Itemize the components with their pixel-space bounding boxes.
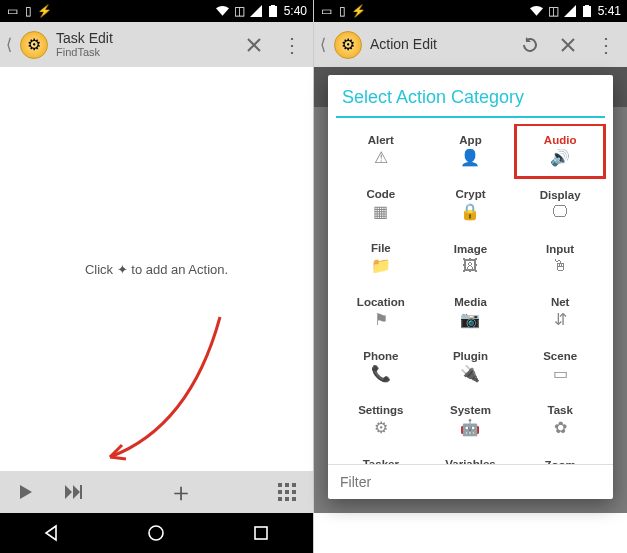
- statusbar: ▭ ▯ ⚡ ◫ 5:41: [314, 0, 627, 22]
- svg-rect-8: [292, 490, 296, 494]
- category-label: Crypt: [455, 188, 485, 200]
- category-cell-image[interactable]: Image🖼: [426, 232, 516, 286]
- wifi-icon: [530, 5, 543, 18]
- category-icon: 🖱: [552, 257, 568, 275]
- category-cell-crypt[interactable]: Crypt🔒: [426, 178, 516, 232]
- category-label: Task: [547, 404, 572, 416]
- category-cell-code[interactable]: Code▦: [336, 178, 426, 232]
- category-cell-input[interactable]: Input🖱: [515, 232, 605, 286]
- category-icon: 🔊: [550, 148, 570, 167]
- category-icon: 🔒: [460, 202, 480, 221]
- svg-rect-15: [585, 5, 589, 7]
- category-icon: ⚑: [374, 310, 388, 329]
- category-cell-media[interactable]: Media📷: [426, 286, 516, 340]
- category-cell-tasker[interactable]: Tasker⚡: [336, 448, 426, 464]
- bolt-icon: ⚡: [352, 5, 365, 18]
- nosim-icon: ◫: [547, 5, 560, 18]
- wifi-icon: [216, 5, 229, 18]
- svg-rect-4: [285, 483, 289, 487]
- category-label: Code: [366, 188, 395, 200]
- empty-hint: Click ✦ to add an Action.: [85, 262, 228, 277]
- category-label: App: [459, 134, 481, 146]
- category-cell-alert[interactable]: Alert⚠: [336, 124, 426, 178]
- svg-rect-11: [292, 497, 296, 501]
- category-cell-plugin[interactable]: Plugin🔌: [426, 340, 516, 394]
- dialog-title: Select Action Category: [328, 75, 613, 116]
- modal-overlay[interactable]: Select Action Category Alert⚠App👤Audio🔊C…: [314, 67, 627, 513]
- tasker-icon: ⚙: [20, 31, 48, 59]
- svg-rect-7: [285, 490, 289, 494]
- category-label: Display: [540, 189, 581, 201]
- category-cell-task[interactable]: Task✿: [515, 394, 605, 448]
- filter-input[interactable]: [340, 474, 601, 490]
- nosim-icon: ◫: [233, 5, 246, 18]
- main-content: Click ✦ to add an Action.: [0, 67, 313, 471]
- nav-home-button[interactable]: [136, 521, 176, 545]
- play-button[interactable]: [10, 476, 42, 508]
- add-action-button[interactable]: ＋: [165, 476, 197, 508]
- grid-view-button[interactable]: [271, 476, 303, 508]
- category-cell-app[interactable]: App👤: [426, 124, 516, 178]
- picture-icon: ▭: [6, 5, 19, 18]
- category-cell-phone[interactable]: Phone📞: [336, 340, 426, 394]
- category-cell-zoom[interactable]: ZoomZ: [515, 448, 605, 464]
- category-label: File: [371, 242, 391, 254]
- category-icon: ▦: [373, 202, 388, 221]
- category-cell-location[interactable]: Location⚑: [336, 286, 426, 340]
- svg-rect-3: [278, 483, 282, 487]
- category-label: Audio: [544, 134, 577, 146]
- category-cell-display[interactable]: Display🖵: [515, 178, 605, 232]
- category-label: Image: [454, 243, 487, 255]
- clock: 5:40: [284, 4, 307, 18]
- battery-icon: [267, 5, 280, 18]
- category-label: Plugin: [453, 350, 488, 362]
- category-cell-system[interactable]: System🤖: [426, 394, 516, 448]
- titlebar: ⟨ ⚙ Action Edit ⋮: [314, 22, 627, 67]
- svg-point-12: [149, 526, 163, 540]
- category-icon: ⚠: [374, 148, 388, 167]
- close-button[interactable]: [239, 30, 269, 60]
- back-icon[interactable]: ⟨: [320, 35, 326, 54]
- nav-recents-button[interactable]: [241, 521, 281, 545]
- category-icon: ⇵: [554, 310, 567, 329]
- screen-title: Action Edit: [370, 37, 437, 52]
- overflow-menu-button[interactable]: ⋮: [591, 30, 621, 60]
- svg-rect-13: [255, 527, 267, 539]
- action-category-dialog: Select Action Category Alert⚠App👤Audio🔊C…: [328, 75, 613, 499]
- bolt-icon: ⚡: [38, 5, 51, 18]
- category-cell-net[interactable]: Net⇵: [515, 286, 605, 340]
- category-icon: 👤: [460, 148, 480, 167]
- android-navbar: [0, 513, 313, 553]
- nav-back-button[interactable]: [32, 521, 72, 545]
- svg-rect-14: [583, 6, 591, 17]
- category-icon: 🖵: [552, 203, 568, 221]
- close-button[interactable]: [553, 30, 583, 60]
- statusbar: ▭ ▯ ⚡ ◫ 5:40: [0, 0, 313, 22]
- svg-rect-1: [271, 5, 275, 7]
- category-label: Tasker: [363, 458, 399, 464]
- svg-rect-2: [80, 485, 82, 499]
- signal-icon: [564, 5, 577, 18]
- phone-status-icon: ▯: [22, 5, 35, 18]
- overflow-menu-button[interactable]: ⋮: [277, 30, 307, 60]
- category-icon: 🖼: [462, 257, 478, 275]
- category-label: Alert: [368, 134, 394, 146]
- category-cell-settings[interactable]: Settings⚙: [336, 394, 426, 448]
- category-cell-file[interactable]: File📁: [336, 232, 426, 286]
- category-label: Phone: [363, 350, 398, 362]
- bottom-toolbar: ＋: [0, 471, 313, 513]
- category-icon: ⚙: [374, 418, 388, 437]
- back-icon[interactable]: ⟨: [6, 35, 12, 54]
- skip-button[interactable]: [58, 476, 90, 508]
- category-label: Location: [357, 296, 405, 308]
- category-label: Zoom: [545, 459, 576, 464]
- category-label: Variables: [445, 458, 496, 464]
- category-cell-audio[interactable]: Audio🔊: [515, 124, 605, 178]
- category-cell-variables[interactable]: Variables✖: [426, 448, 516, 464]
- category-cell-scene[interactable]: Scene▭: [515, 340, 605, 394]
- refresh-button[interactable]: [515, 30, 545, 60]
- svg-rect-9: [278, 497, 282, 501]
- category-icon: 🔌: [460, 364, 480, 383]
- svg-rect-6: [278, 490, 282, 494]
- phone-left: ▭ ▯ ⚡ ◫ 5:40 ⟨ ⚙ Task Edit FindTask ⋮ Cl…: [0, 0, 314, 553]
